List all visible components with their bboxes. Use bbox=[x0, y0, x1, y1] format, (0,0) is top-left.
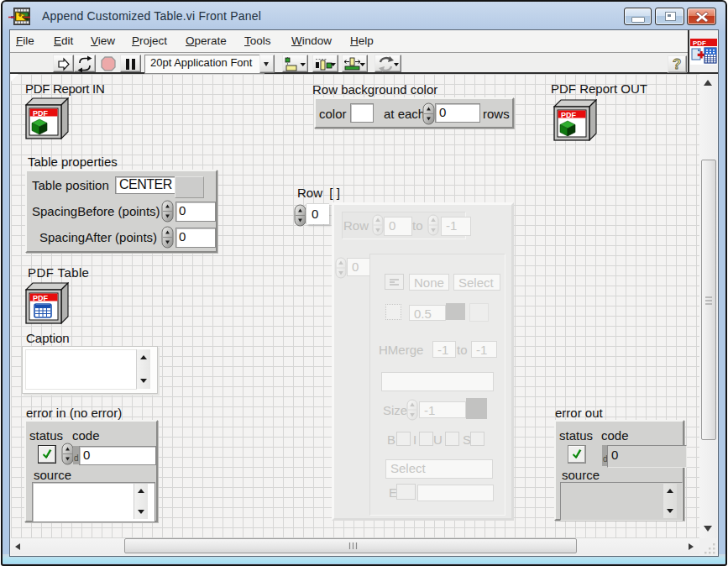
svg-text:PDF: PDF bbox=[33, 294, 49, 302]
svg-text:PDF: PDF bbox=[561, 111, 577, 119]
svg-text:PDF: PDF bbox=[693, 39, 706, 47]
svg-text:PDF: PDF bbox=[33, 109, 49, 118]
